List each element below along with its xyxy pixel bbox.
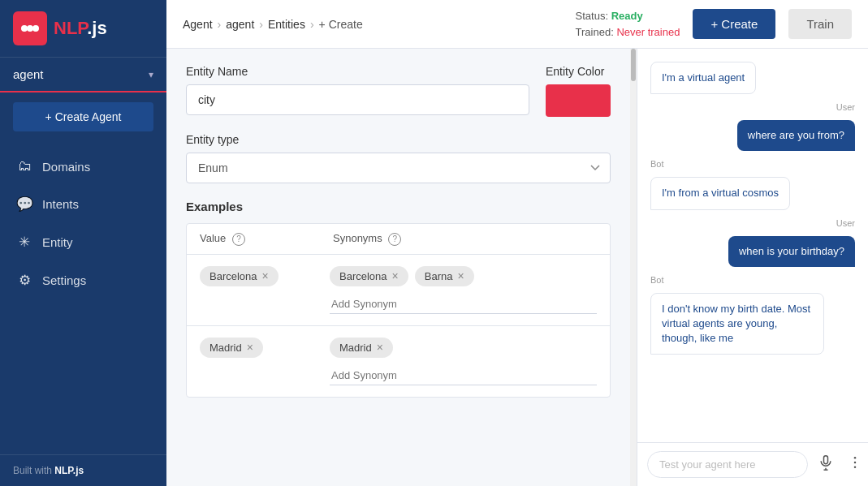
entity-icon: ✳ — [16, 234, 32, 251]
trained-line: Trained: Never trained — [576, 24, 680, 41]
synonym-tag-barcelona: Barcelona × — [330, 266, 408, 286]
table-row: Barcelona × Barcelona × — [187, 255, 610, 326]
remove-madrid-value[interactable]: × — [247, 342, 253, 353]
examples-header: Value ? Synonyms ? — [187, 224, 610, 255]
more-options-button[interactable] — [844, 451, 866, 478]
add-synonym-input-madrid[interactable] — [330, 366, 597, 385]
user-label-1: User — [836, 102, 855, 112]
breadcrumb-agent-name[interactable]: agent — [226, 18, 254, 31]
synonyms-column-madrid: Madrid × — [330, 338, 597, 385]
entity-type-group: Entity type Enum Regex Trim — [186, 133, 611, 183]
bot-label-3: Bot — [650, 275, 664, 285]
entity-name-row: Entity Name Entity Color — [186, 65, 611, 117]
logo-nlp: NLP — [54, 18, 87, 38]
mic-button[interactable] — [814, 451, 837, 478]
entity-color-label: Entity Color — [546, 65, 611, 78]
form-panel: Entity Name Entity Color Entity type Enu… — [166, 49, 630, 486]
synonyms-header: Synonyms ? — [333, 232, 597, 246]
sidebar-footer: Built with NLP.js — [0, 454, 166, 486]
mic-icon — [818, 454, 834, 471]
synonyms-tags-barcelona: Barcelona × Barna × — [330, 266, 597, 286]
chat-panel: I'm a virtual agent User where are you f… — [637, 49, 868, 486]
remove-synonym-barna[interactable]: × — [457, 270, 464, 282]
synonyms-tags-madrid: Madrid × — [330, 338, 597, 358]
svg-point-9 — [854, 467, 857, 469]
examples-section: Examples Value ? Synonyms ? — [186, 200, 611, 398]
synonyms-help-icon[interactable]: ? — [388, 233, 401, 246]
status-area: Status: Ready Trained: Never trained — [576, 8, 680, 40]
breadcrumb-sep-1: › — [218, 18, 222, 31]
value-help-icon[interactable]: ? — [232, 233, 245, 246]
entity-name-label: Entity Name — [186, 65, 529, 78]
train-button[interactable]: Train — [788, 9, 852, 39]
bot-message-2: I'm from a virtual cosmos — [650, 177, 790, 209]
create-button[interactable]: + Create — [693, 9, 775, 39]
logo-js: js — [92, 18, 106, 38]
examples-table: Value ? Synonyms ? Barcelona — [186, 223, 611, 398]
footer-brand: NLP.js — [54, 465, 84, 476]
domains-icon: 🗂 — [16, 158, 32, 174]
user-label-2: User — [836, 218, 855, 228]
value-tag-barcelona: Barcelona × — [200, 266, 279, 286]
user-message-2: when is your birthday? — [728, 236, 855, 267]
sidebar-item-settings[interactable]: ⚙ Settings — [0, 261, 166, 299]
value-cell-madrid: Madrid × — [200, 338, 330, 358]
remove-synonym-barcelona[interactable]: × — [392, 270, 399, 282]
breadcrumb: Agent › agent › Entities › + Create — [183, 18, 363, 31]
content-area: Entity Name Entity Color Entity type Enu… — [166, 49, 868, 486]
breadcrumb-entities[interactable]: Entities — [268, 18, 305, 31]
value-header: Value ? — [200, 232, 330, 246]
sidebar: NLP.js agent ▾ + Create Agent 🗂 Domains … — [0, 0, 166, 486]
breadcrumb-sep-3: › — [310, 18, 314, 31]
nlpjs-logo-icon — [13, 11, 47, 45]
create-agent-button[interactable]: + Create Agent — [13, 102, 153, 131]
bot-label-2: Bot — [650, 159, 664, 169]
breadcrumb-agent[interactable]: Agent — [183, 18, 213, 31]
examples-title: Examples — [186, 200, 611, 213]
agent-name: agent — [13, 67, 44, 81]
add-synonym-input-barcelona[interactable] — [330, 295, 597, 314]
svg-point-1 — [21, 25, 28, 32]
trained-value: Never trained — [616, 26, 680, 38]
remove-barcelona-value[interactable]: × — [262, 270, 269, 282]
remove-synonym-madrid[interactable]: × — [377, 342, 383, 353]
user-message-1: where are you from? — [737, 120, 855, 151]
entity-type-select[interactable]: Enum Regex Trim — [186, 153, 611, 183]
settings-icon: ⚙ — [16, 272, 32, 289]
breadcrumb-sep-2: › — [259, 18, 263, 31]
synonym-tag-barna: Barna × — [415, 266, 474, 286]
table-row: Madrid × Madrid × — [187, 326, 610, 397]
entity-type-label: Entity type — [186, 133, 611, 146]
entity-name-group: Entity Name — [186, 65, 529, 115]
bot-message-3: I don't know my birth date. Most virtual… — [650, 293, 824, 355]
intents-icon: 💬 — [16, 196, 32, 213]
synonyms-cell-madrid: Madrid × — [330, 338, 597, 385]
status-value: Ready — [611, 10, 643, 22]
top-bar-right: Status: Ready Trained: Never trained + C… — [576, 8, 852, 40]
entity-name-input[interactable] — [186, 84, 529, 115]
sidebar-item-domains-label: Domains — [42, 160, 90, 174]
value-cell-barcelona: Barcelona × — [200, 266, 330, 286]
chat-messages: I'm a virtual agent User where are you f… — [637, 49, 868, 442]
sidebar-item-intents-label: Intents — [42, 197, 79, 211]
form-scrollbar[interactable] — [630, 49, 637, 486]
entity-color-swatch[interactable] — [546, 84, 611, 117]
chat-input-area — [637, 442, 868, 486]
logo-text: NLP.js — [54, 18, 107, 39]
sidebar-item-domains[interactable]: 🗂 Domains — [0, 148, 166, 185]
main-area: Agent › agent › Entities › + Create Stat… — [166, 0, 868, 486]
sidebar-item-entity[interactable]: ✳ Entity — [0, 223, 166, 261]
value-tag-madrid: Madrid × — [200, 338, 263, 358]
sidebar-item-intents[interactable]: 💬 Intents — [0, 185, 166, 223]
more-icon — [847, 454, 863, 471]
synonym-tag-madrid: Madrid × — [330, 338, 393, 358]
sidebar-item-settings-label: Settings — [42, 273, 86, 287]
synonyms-column-barcelona: Barcelona × Barna × — [330, 266, 597, 314]
top-bar: Agent › agent › Entities › + Create Stat… — [166, 0, 868, 49]
breadcrumb-create: + Create — [319, 18, 363, 31]
synonyms-cell-barcelona: Barcelona × Barna × — [330, 266, 597, 314]
agent-selector[interactable]: agent ▾ — [0, 58, 166, 92]
chat-test-input[interactable] — [647, 451, 808, 478]
trained-label: Trained: — [576, 26, 614, 38]
sidebar-item-entity-label: Entity — [42, 235, 73, 249]
